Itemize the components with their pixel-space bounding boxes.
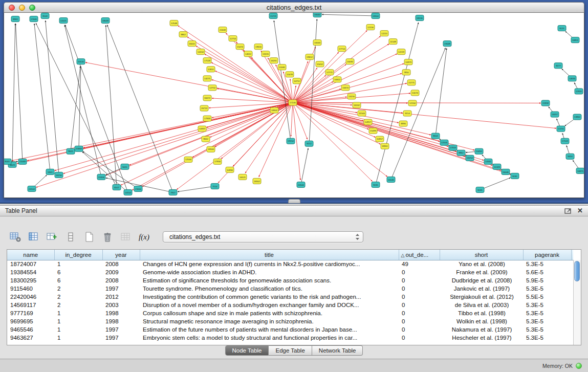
network-node[interactable]: 10937 xyxy=(198,126,206,132)
network-node[interactable]: 17771 xyxy=(325,70,334,75)
tab-network-table[interactable]: Network Table xyxy=(312,345,363,356)
tab-edge-table[interactable]: Edge Table xyxy=(269,345,312,356)
network-node[interactable]: 25869 xyxy=(75,146,83,151)
network-node[interactable]: 21069 xyxy=(18,159,27,164)
network-node[interactable]: 10450 xyxy=(475,148,483,154)
network-node[interactable]: 16254 xyxy=(466,155,474,161)
network-node[interactable]: 15478 xyxy=(286,72,294,77)
network-node[interactable]: 14751 xyxy=(293,78,301,84)
network-node[interactable]: 17240 xyxy=(289,100,297,105)
network-node[interactable]: 9508 xyxy=(41,13,49,19)
network-node[interactable]: 7850 xyxy=(402,70,410,75)
table-row[interactable]: 1830029562008Estimation of significance … xyxy=(7,276,573,285)
network-node[interactable]: 18302 xyxy=(270,107,278,113)
network-node[interactable]: 18344 xyxy=(207,146,215,152)
network-canvas[interactable]: 8963174409508120211804915723166401813020… xyxy=(4,13,584,198)
network-node[interactable]: 7514 xyxy=(211,183,219,189)
network-node[interactable]: 26713 xyxy=(200,105,208,111)
network-node[interactable]: 18961 xyxy=(381,143,389,149)
close-panel-icon[interactable]: ✕ xyxy=(577,207,583,214)
network-canvas-container[interactable]: 8963174409508120211804915723166401813020… xyxy=(4,13,584,198)
table-row[interactable]: 1456911722003Disruption of a novel membe… xyxy=(7,301,573,309)
table-row[interactable]: 969969511998Structural magnetic resonanc… xyxy=(7,317,573,325)
network-node[interactable]: 16521 xyxy=(238,174,247,180)
table-row[interactable]: 946554611997Estimation of the future num… xyxy=(7,325,573,334)
network-node[interactable]: 12544 xyxy=(184,157,192,162)
network-node[interactable]: 9040 xyxy=(4,159,11,164)
network-node[interactable]: 24504 xyxy=(28,186,36,191)
vertical-scrollbar-thumb[interactable] xyxy=(574,261,580,281)
network-node[interactable]: 16261 xyxy=(270,58,278,63)
network-node[interactable]: 10074 xyxy=(411,90,419,96)
column-header-in-degree[interactable]: in_degree xyxy=(54,250,102,260)
network-node[interactable]: 8996 xyxy=(399,121,407,126)
column-header-pagerank[interactable]: pagerank xyxy=(523,250,571,260)
network-node[interactable]: 24506 xyxy=(297,182,305,187)
network-node[interactable]: 16851 xyxy=(571,37,579,43)
network-node[interactable]: 8963 xyxy=(11,16,19,22)
network-node[interactable]: 15474 xyxy=(236,44,244,50)
network-node[interactable]: 14612 xyxy=(244,51,252,57)
network-node[interactable]: 14057 xyxy=(551,112,559,117)
network-node[interactable]: 30672 xyxy=(203,95,211,101)
network-node[interactable]: 8604 xyxy=(431,133,440,139)
network-node[interactable]: 9862 xyxy=(179,32,187,37)
network-node[interactable]: 9425 xyxy=(121,164,129,169)
network-node[interactable]: 16046 xyxy=(387,177,395,182)
network-node[interactable]: 17714 xyxy=(338,46,346,52)
network-node[interactable]: 12250 xyxy=(557,126,565,132)
network-node[interactable]: 10994 xyxy=(226,167,234,172)
network-node[interactable]: 16640 xyxy=(313,13,321,17)
minimize-window-button[interactable] xyxy=(19,5,25,11)
network-node[interactable]: 15775 xyxy=(407,80,416,85)
network-node[interactable]: 10973 xyxy=(404,59,412,65)
table-row[interactable]: 1872400712008Changes of HCN gene express… xyxy=(7,260,573,268)
network-node[interactable]: 9152 xyxy=(305,141,313,146)
network-node[interactable]: 11544 xyxy=(358,111,366,116)
network-node[interactable]: 15958 xyxy=(541,100,550,106)
network-node[interactable]: 12219 xyxy=(397,49,405,55)
network-node[interactable]: 14554 xyxy=(124,189,132,195)
network-node[interactable]: 16001 xyxy=(188,41,196,47)
network-node[interactable]: 17919 xyxy=(449,145,457,150)
column-header-short[interactable]: short xyxy=(440,250,523,260)
network-node[interactable]: 12215 xyxy=(380,31,388,36)
network-node[interactable]: 9277 xyxy=(554,63,562,69)
table-row[interactable]: 946362711997Embryonic stem cells: a mode… xyxy=(7,334,573,342)
network-node[interactable]: 13220 xyxy=(262,51,270,57)
network-node[interactable]: 9662 xyxy=(202,136,210,142)
network-node[interactable]: 16092 xyxy=(346,59,354,64)
network-node[interactable]: 9245 xyxy=(476,187,484,192)
network-node[interactable]: 10674 xyxy=(341,85,350,91)
table-row[interactable]: 911546021997Tourette syndrome. Phenomeno… xyxy=(7,285,573,293)
network-node[interactable]: 10957 xyxy=(376,136,384,142)
network-node[interactable]: 22456 xyxy=(97,174,105,180)
network-node[interactable]: 15582 xyxy=(278,64,286,70)
network-node[interactable]: 14634 xyxy=(568,76,576,81)
network-node[interactable]: 13216 xyxy=(347,94,356,99)
network-node[interactable]: 17518 xyxy=(203,58,211,63)
network-node[interactable]: 16162 xyxy=(353,102,361,108)
network-node[interactable]: 18049 xyxy=(101,18,110,24)
network-node[interactable]: 16563 xyxy=(313,40,321,46)
new-column-button[interactable] xyxy=(45,230,59,244)
network-node[interactable]: 12754 xyxy=(229,36,237,41)
function-builder-button[interactable]: f(x) xyxy=(137,230,151,244)
delete-table-button[interactable] xyxy=(100,230,114,244)
network-node[interactable]: 5901 xyxy=(46,169,54,174)
network-node[interactable]: 18302 xyxy=(253,178,261,184)
network-node[interactable]: 16922 xyxy=(333,77,341,82)
network-node[interactable]: 12920 xyxy=(575,89,583,94)
network-node[interactable]: 22408 xyxy=(219,27,227,33)
network-node[interactable]: 17933 xyxy=(203,116,211,121)
network-node[interactable]: 9450 xyxy=(566,154,574,159)
table-row[interactable]: 977716911998Corpus callosum shape and si… xyxy=(7,309,573,317)
network-node[interactable]: 12504 xyxy=(440,140,448,145)
row-selection-button[interactable] xyxy=(63,230,77,244)
table-row[interactable]: 1938455462009Genome-wide association stu… xyxy=(7,268,573,276)
network-node[interactable]: 14342 xyxy=(484,159,492,164)
column-header-year[interactable]: year xyxy=(102,250,140,260)
network-node[interactable]: 16046 xyxy=(502,169,510,174)
network-node[interactable]: 7907 xyxy=(169,189,177,195)
column-header-title[interactable]: title xyxy=(140,250,399,260)
